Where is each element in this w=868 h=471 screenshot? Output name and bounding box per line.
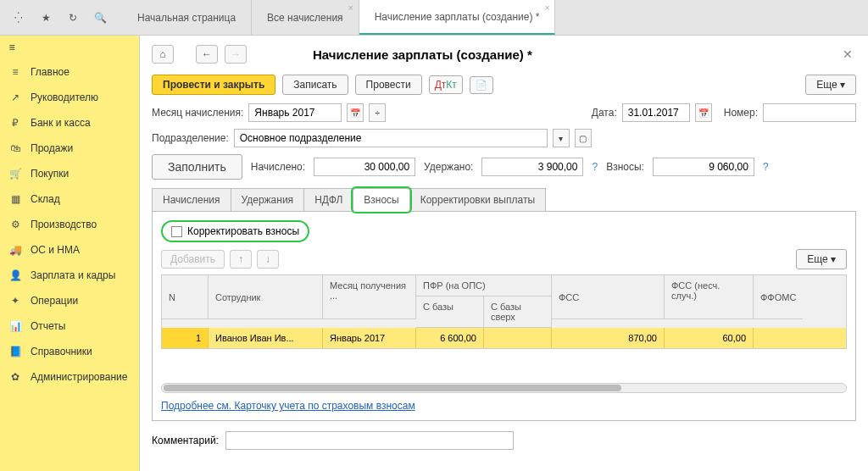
sidebar-label: Продажи xyxy=(31,142,73,154)
close-icon[interactable]: × xyxy=(545,3,550,13)
sidebar-item[interactable]: ₽Банк и касса xyxy=(0,110,139,136)
top-toolbar: ⁛ ★ ↻ 🔍 Начальная страницаВсе начисления… xyxy=(0,0,868,36)
top-tab[interactable]: Начальная страница xyxy=(122,0,252,35)
date-field[interactable] xyxy=(622,103,690,122)
dept-open-icon[interactable]: ▢ xyxy=(575,129,592,147)
content-area: ⌂ ← → Начисление зарплаты (создание) * ✕… xyxy=(140,36,868,471)
details-link[interactable]: Подробнее см. Карточку учета по страховы… xyxy=(161,400,415,412)
top-tab[interactable]: Все начисления× xyxy=(252,0,359,35)
inner-tab[interactable]: Корректировки выплаты xyxy=(409,188,546,212)
write-button[interactable]: Записать xyxy=(282,75,348,95)
back-button[interactable]: ← xyxy=(196,45,218,64)
sidebar-item[interactable]: ⚙Производство xyxy=(0,212,139,237)
sidebar-item[interactable]: 📊Отчеты xyxy=(0,313,139,339)
post-close-button[interactable]: Провести и закрыть xyxy=(152,75,275,95)
dtct-icon[interactable]: ДтКт xyxy=(429,75,463,94)
add-button[interactable]: Добавить xyxy=(161,250,225,269)
sidebar-item[interactable]: ✿Администрирование xyxy=(0,364,139,390)
held-field[interactable] xyxy=(481,158,583,176)
sidebar-label: Склад xyxy=(31,193,60,205)
number-label: Номер: xyxy=(724,107,758,119)
help-icon[interactable]: ? xyxy=(592,161,598,173)
accrued-label: Начислено: xyxy=(251,161,305,173)
sidebar-icon: ↗ xyxy=(8,91,22,103)
close-icon[interactable]: ✕ xyxy=(839,44,856,64)
sidebar-item[interactable]: ↗Руководителю xyxy=(0,85,139,110)
col-fss[interactable]: ФСС xyxy=(552,275,665,319)
history-icon[interactable]: ↻ xyxy=(61,6,85,30)
star-icon[interactable]: ★ xyxy=(34,6,58,30)
month-picker-icon[interactable]: 📅 xyxy=(347,103,364,122)
sidebar-icon: 🛍 xyxy=(8,142,22,154)
number-field[interactable] xyxy=(763,103,856,122)
inner-tab[interactable]: Удержания xyxy=(231,188,305,212)
fill-button[interactable]: Заполнить xyxy=(152,154,242,180)
h-scrollbar[interactable] xyxy=(161,383,847,393)
sidebar-label: Операции xyxy=(31,295,78,307)
sidebar-item[interactable]: ▦Склад xyxy=(0,186,139,212)
sidebar-icon: ⚙ xyxy=(8,219,22,230)
post-button[interactable]: Провести xyxy=(355,75,422,95)
sidebar-icon: 🛒 xyxy=(8,168,22,180)
col-pfr-base[interactable]: С базы xyxy=(416,296,484,328)
sidebar-item[interactable]: 🚚ОС и НМА xyxy=(0,237,139,263)
sidebar-menu-icon[interactable]: ≡ xyxy=(0,36,24,59)
comment-field[interactable] xyxy=(225,431,514,450)
contrib-field[interactable] xyxy=(653,158,754,176)
sidebar-item[interactable]: 📘Справочники xyxy=(0,339,139,364)
date-label: Дата: xyxy=(592,107,617,119)
col-employee[interactable]: Сотрудник xyxy=(209,275,323,319)
sidebar-item[interactable]: 🛍Продажи xyxy=(0,136,139,161)
dept-field[interactable] xyxy=(234,129,548,147)
col-month[interactable]: Месяц получения ... xyxy=(323,275,416,319)
month-field[interactable] xyxy=(248,103,342,122)
sidebar-label: ОС и НМА xyxy=(31,244,80,256)
sidebar-item[interactable]: ✦Операции xyxy=(0,288,139,313)
sidebar-icon: 📘 xyxy=(8,346,22,357)
table-more-button[interactable]: Еще ▾ xyxy=(796,249,847,269)
dept-dropdown-icon[interactable]: ▾ xyxy=(553,129,570,147)
col-n[interactable]: N xyxy=(162,275,209,319)
contributions-table: N Сотрудник Месяц получения ... ПФР (на … xyxy=(161,274,847,349)
apps-icon[interactable]: ⁛ xyxy=(7,6,31,30)
sidebar: ≡ ≡Главное↗Руководителю₽Банк и касса🛍Про… xyxy=(0,36,140,471)
inner-tab[interactable]: Взносы xyxy=(353,188,409,212)
correct-contrib-checkbox[interactable] xyxy=(171,226,182,237)
sidebar-item[interactable]: 👤Зарплата и кадры xyxy=(0,263,139,288)
forward-button[interactable]: → xyxy=(225,45,247,64)
close-icon[interactable]: × xyxy=(348,3,353,13)
sidebar-icon: ≡ xyxy=(8,66,22,78)
sidebar-label: Справочники xyxy=(31,346,92,357)
contrib-label: Взносы: xyxy=(606,161,644,173)
accrued-field[interactable] xyxy=(314,158,415,176)
held-label: Удержано: xyxy=(424,161,473,173)
sidebar-icon: ✿ xyxy=(8,371,22,383)
month-label: Месяц начисления: xyxy=(152,107,243,119)
table-row[interactable]: 1 Иванов Иван Ив... Январь 2017 6 600,00… xyxy=(162,328,846,348)
inner-tab[interactable]: Начисления xyxy=(152,188,231,212)
search-icon[interactable]: 🔍 xyxy=(88,6,112,30)
sidebar-item[interactable]: ≡Главное xyxy=(0,59,139,85)
sidebar-item[interactable]: 🛒Покупки xyxy=(0,161,139,186)
dept-label: Подразделение: xyxy=(152,132,229,144)
inner-tab[interactable]: НДФЛ xyxy=(303,188,353,212)
home-button[interactable]: ⌂ xyxy=(152,45,174,64)
date-picker-icon[interactable]: 📅 xyxy=(695,103,712,122)
col-pfr-over[interactable]: С базы сверх xyxy=(484,296,552,328)
col-fss-ns[interactable]: ФСС (несч. случ.) xyxy=(665,275,754,319)
page-title: Начисление зарплаты (создание) * xyxy=(313,47,532,62)
more-button[interactable]: Еще ▾ xyxy=(805,75,856,95)
comment-label: Комментарий: xyxy=(152,435,219,446)
help-icon[interactable]: ? xyxy=(763,161,769,173)
col-ffoms[interactable]: ФФОМС xyxy=(754,275,803,319)
month-stepper[interactable]: ÷ xyxy=(369,103,386,122)
down-button[interactable]: ↓ xyxy=(257,250,279,269)
attach-icon[interactable]: 📄 xyxy=(470,76,493,94)
sidebar-label: Производство xyxy=(31,219,97,230)
top-tab[interactable]: Начисление зарплаты (создание) *× xyxy=(359,0,556,35)
sidebar-icon: 🚚 xyxy=(8,244,22,256)
col-pfr[interactable]: ПФР (на ОПС) xyxy=(416,275,552,296)
up-button[interactable]: ↑ xyxy=(230,250,252,269)
sidebar-label: Отчеты xyxy=(31,320,65,332)
sidebar-label: Руководителю xyxy=(31,91,98,103)
